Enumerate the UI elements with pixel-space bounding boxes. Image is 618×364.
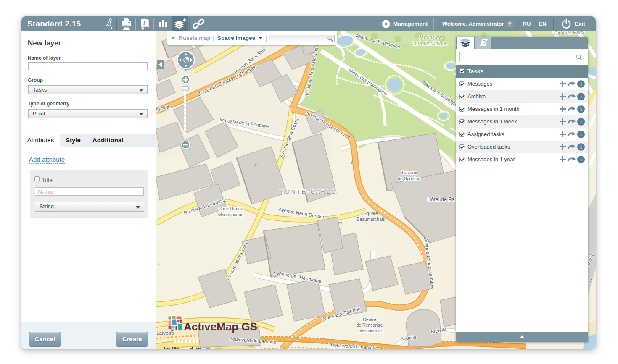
svg-text:Croix-Rouge: Croix-Rouge xyxy=(219,206,243,211)
svg-text:Hôtel de Pa: Hôtel de Pa xyxy=(427,196,454,202)
svg-text:Beaumarchais: Beaumarchais xyxy=(357,217,385,222)
svg-text:La Ma.... . d..ta: La Ma.... . d..ta xyxy=(164,346,201,349)
svg-text:?: ? xyxy=(483,39,486,45)
svg-text:Monégasque: Monégasque xyxy=(218,212,244,217)
svg-text:o: o xyxy=(590,278,592,283)
svg-text:de Rencontre: de Rencontre xyxy=(356,322,383,327)
svg-text:Square: Square xyxy=(364,211,378,216)
svg-text:➞: ➞ xyxy=(158,261,162,267)
svg-text:International: International xyxy=(357,328,382,333)
svg-text:Centre: Centre xyxy=(363,317,376,322)
svg-text:M O N T E - C A R L O: M O N T E - C A R L O xyxy=(279,189,336,195)
svg-text:➞: ➞ xyxy=(206,346,211,349)
svg-text:Travaux: Travaux xyxy=(401,170,417,175)
svg-text:la Petite Afrique: la Petite Afrique xyxy=(412,41,448,47)
svg-text:Jardins de: Jardins de xyxy=(418,34,442,40)
svg-text:du Sporting: du Sporting xyxy=(398,176,420,181)
svg-text:i: i xyxy=(143,20,145,26)
